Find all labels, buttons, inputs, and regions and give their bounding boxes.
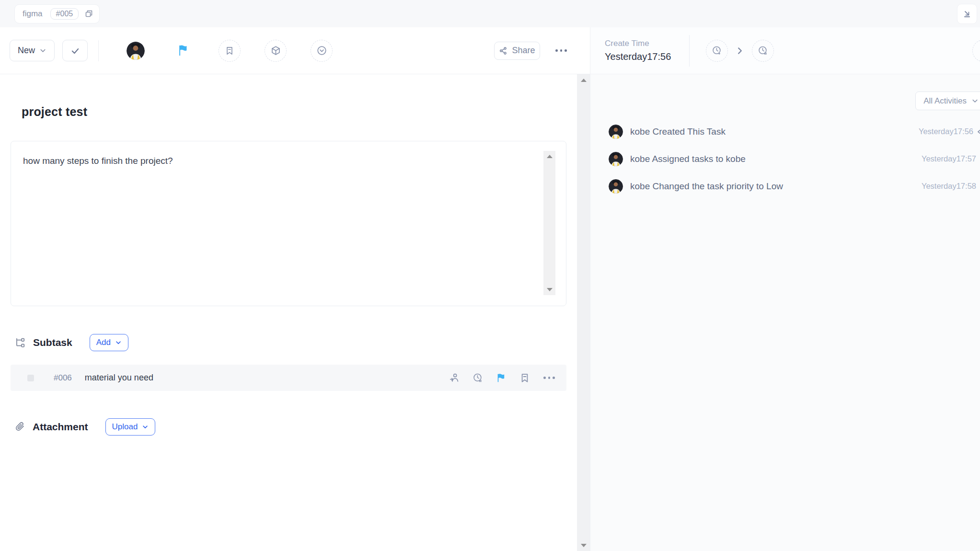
- subtask-priority-flag-button[interactable]: [496, 372, 507, 384]
- create-time-header: Create Time Yesterday17:56: [590, 27, 980, 74]
- subtask-follow-button[interactable]: [519, 372, 530, 384]
- subtask-more-button[interactable]: [542, 377, 556, 379]
- user-avatar: [609, 179, 623, 194]
- flag-icon: [177, 44, 190, 57]
- assignee-avatar[interactable]: [127, 42, 145, 60]
- status-circle-icon: [316, 45, 327, 56]
- copy-task-id-button[interactable]: [84, 9, 93, 18]
- activity-row: kobe Created This Task Yesterday17:56: [609, 118, 976, 145]
- more-icon: [542, 377, 556, 379]
- scroll-up-icon[interactable]: [581, 79, 587, 82]
- activity-time: Yesterday17:57: [922, 154, 976, 163]
- chevron-right-icon: [736, 46, 744, 55]
- description-text: how many steps to finish the project?: [23, 156, 532, 166]
- page-scrollbar[interactable]: [577, 74, 590, 551]
- share-icon: [499, 46, 507, 55]
- scroll-up-icon[interactable]: [547, 155, 553, 158]
- clock-start-icon: [711, 45, 723, 57]
- activity-row: kobe Changed the task priority to Low Ye…: [609, 172, 976, 200]
- clock-end-icon: [757, 45, 769, 57]
- create-time-label: Create Time: [605, 39, 671, 48]
- more-icon: [554, 49, 568, 52]
- subtask-id: #006: [54, 373, 72, 383]
- chevron-down-icon: [39, 47, 46, 54]
- cube-icon: [270, 45, 281, 56]
- assign-user-button[interactable]: [449, 372, 460, 383]
- collapse-panel-button[interactable]: [957, 4, 977, 24]
- breadcrumb: figma #005: [14, 4, 100, 23]
- deadline-button[interactable]: [472, 372, 484, 384]
- activity-text: kobe Changed the task priority to Low: [630, 181, 922, 192]
- subtask-title[interactable]: material you need: [85, 373, 449, 383]
- subtask-checkbox[interactable]: [27, 375, 34, 381]
- document-area: project test how many steps to finish th…: [0, 74, 590, 551]
- description-editor[interactable]: how many steps to finish the project?: [11, 141, 566, 306]
- activity-text: kobe Assigned tasks to kobe: [630, 154, 922, 164]
- upload-label: Upload: [112, 422, 138, 432]
- complete-task-button[interactable]: [62, 40, 88, 61]
- follow-task-button[interactable]: [219, 40, 241, 62]
- share-label: Share: [512, 46, 535, 56]
- subtask-heading: Subtask: [33, 337, 72, 348]
- document-content: project test how many steps to finish th…: [0, 74, 577, 551]
- check-icon: [70, 46, 80, 56]
- content-row: New: [0, 27, 980, 551]
- subtask-row-actions: [449, 372, 556, 384]
- scroll-down-icon[interactable]: [581, 544, 587, 547]
- activity-filter-label: All Activities: [923, 96, 967, 106]
- attachment-heading: Attachment: [33, 421, 88, 433]
- collapse-icon: [963, 10, 971, 18]
- priority-flag-button[interactable]: [173, 41, 193, 60]
- toolbar-divider: [98, 40, 99, 61]
- share-button[interactable]: Share: [494, 42, 540, 60]
- upload-attachment-button[interactable]: Upload: [105, 418, 156, 436]
- activity-pane: Create Time Yesterday17:56: [590, 27, 980, 551]
- activity-time: Yesterday17:58: [922, 182, 976, 191]
- reply-arrow-icon-partial[interactable]: [976, 128, 980, 136]
- subtask-row[interactable]: #006 material you need: [11, 365, 566, 391]
- activity-filter-button[interactable]: All Activities: [915, 92, 980, 110]
- activity-time: Yesterday17:56: [919, 127, 973, 136]
- subtask-tree-icon: [14, 336, 26, 349]
- task-title[interactable]: project test: [22, 105, 577, 119]
- create-time-value: Yesterday17:56: [605, 51, 671, 62]
- description-scrollbar[interactable]: [543, 151, 555, 295]
- copy-icon: [84, 9, 93, 18]
- version-cube-button[interactable]: [265, 40, 287, 62]
- more-actions-button[interactable]: [553, 42, 570, 59]
- status-dropdown-label: New: [18, 46, 35, 56]
- deadline-clock-icon: [472, 372, 484, 384]
- window-header: figma #005: [0, 0, 980, 27]
- chevron-down-icon: [971, 97, 979, 104]
- activity-body: All Activities: [590, 74, 980, 551]
- start-time-button[interactable]: [706, 40, 728, 62]
- chevron-down-icon: [142, 424, 149, 430]
- edge-clipped-button[interactable]: [972, 40, 980, 62]
- assign-user-icon: [449, 372, 460, 383]
- task-toolbar: New: [0, 27, 590, 74]
- attachment-header: Attachment Upload: [11, 418, 577, 436]
- flag-icon: [496, 372, 507, 384]
- add-subtask-button[interactable]: Add: [90, 334, 128, 351]
- status-dropdown-button[interactable]: New: [10, 40, 55, 61]
- breadcrumb-project[interactable]: figma: [23, 9, 43, 19]
- status-circle-button[interactable]: [311, 40, 333, 62]
- bookmark-icon: [519, 372, 530, 384]
- header-divider: [689, 35, 690, 67]
- activity-filter-row: All Activities: [609, 92, 980, 110]
- end-time-button[interactable]: [752, 40, 774, 62]
- add-subtask-label: Add: [96, 338, 111, 347]
- activity-text: kobe Created This Task: [630, 126, 919, 137]
- chevron-down-icon: [115, 339, 122, 346]
- activity-list: kobe Created This Task Yesterday17:56: [609, 118, 976, 200]
- subtask-header: Subtask Add: [11, 334, 577, 351]
- activity-row: kobe Assigned tasks to kobe Yesterday17:…: [609, 145, 976, 172]
- bookmark-icon: [224, 46, 235, 56]
- task-pane: New: [0, 27, 590, 551]
- scroll-down-icon[interactable]: [547, 288, 553, 291]
- task-id-badge: #005: [50, 8, 79, 20]
- task-detail-screen: figma #005 New: [0, 0, 980, 551]
- paperclip-icon: [14, 421, 26, 433]
- user-avatar: [609, 152, 623, 166]
- user-avatar: [609, 125, 623, 139]
